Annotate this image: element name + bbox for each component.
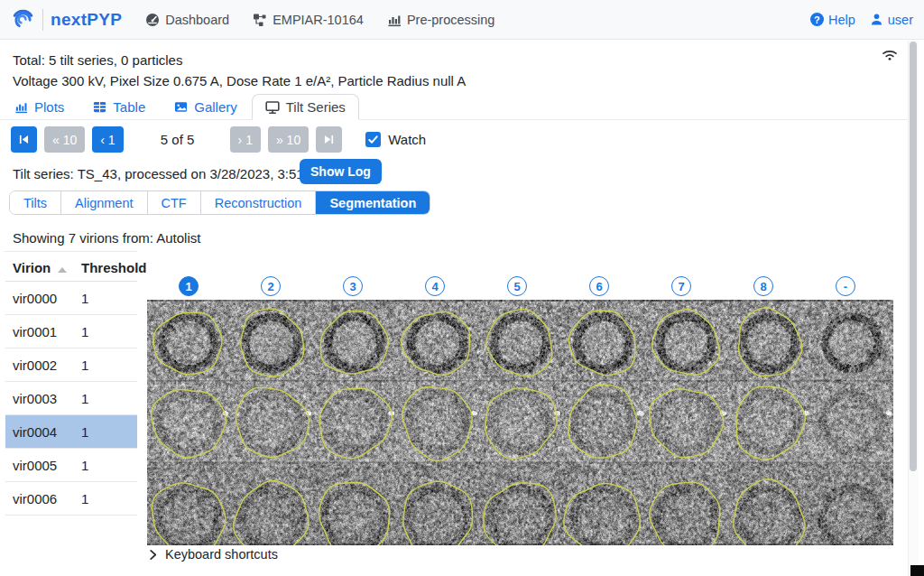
nav-item-preprocessing[interactable]: Pre-processing — [387, 13, 495, 27]
threshold-column-button[interactable]: 2 — [261, 276, 281, 296]
threshold-column-button[interactable]: 5 — [507, 276, 527, 296]
chevron-right-icon — [147, 549, 159, 561]
plots-icon — [14, 100, 28, 114]
virion-id: vir0001 — [13, 324, 57, 339]
threshold-column-button[interactable]: 1 — [179, 276, 199, 296]
page-back10-button[interactable]: « 10 — [44, 126, 85, 153]
tab-segmentation[interactable]: Segmentation — [316, 191, 430, 214]
tab-label: Plots — [34, 99, 64, 115]
threshold-column-button[interactable]: 8 — [753, 276, 773, 296]
nav-item-dashboard[interactable]: Dashboard — [145, 13, 229, 27]
show-log-button[interactable]: Show Log — [300, 159, 382, 184]
nav-item-label: Pre-processing — [407, 13, 495, 27]
virion-segmentation-montage[interactable] — [147, 300, 893, 545]
help-icon: ? — [810, 13, 824, 26]
threshold-column-button[interactable]: 7 — [671, 276, 691, 296]
virion-id: vir0003 — [13, 391, 57, 406]
virion-table: vir0000 1 vir0001 1 vir0002 1 vir0003 1 … — [5, 281, 137, 516]
watch-label: Watch — [388, 132, 426, 147]
help-label: Help — [828, 13, 855, 27]
page-back1-button[interactable]: ‹ 1 — [92, 126, 123, 153]
tab-reconstruction[interactable]: Reconstruction — [201, 191, 317, 214]
virion-threshold: 1 — [81, 391, 88, 406]
virion-threshold: 1 — [81, 324, 88, 339]
help-link[interactable]: ? Help — [810, 13, 855, 27]
project-icon — [253, 13, 267, 27]
scrollbar-thumb[interactable] — [910, 42, 917, 471]
navbar-right: ? Help user — [810, 13, 913, 27]
page-fwd10-button[interactable]: » 10 — [268, 126, 309, 153]
page-first-button[interactable] — [11, 126, 37, 153]
table-row[interactable]: vir0002 1 — [5, 348, 137, 382]
virion-threshold: 1 — [81, 458, 88, 473]
virion-id: vir0004 — [13, 424, 57, 440]
dashboard-icon — [145, 13, 160, 27]
brand-name: nextPYP — [51, 10, 122, 30]
watch-toggle[interactable]: Watch — [365, 132, 426, 147]
table-row[interactable]: vir0003 1 — [5, 382, 137, 415]
tab-alignment[interactable]: Alignment — [61, 191, 147, 214]
threshold-column-button[interactable]: 3 — [343, 276, 363, 296]
table-row[interactable]: vir0006 1 — [5, 482, 137, 516]
tab-gallery[interactable]: Gallery — [172, 94, 239, 120]
tab-table[interactable]: Table — [91, 94, 147, 120]
threshold-column-button[interactable]: 6 — [589, 276, 609, 296]
virion-id: vir0006 — [13, 491, 57, 506]
screen-corner-artifact — [910, 565, 924, 576]
threshold-column-button[interactable]: 4 — [425, 276, 445, 296]
tab-tilts[interactable]: Tilts — [10, 191, 61, 214]
keyboard-shortcuts-expander[interactable]: Keyboard shortcuts — [147, 547, 278, 562]
virion-id: vir0000 — [13, 291, 57, 306]
brand-divider — [42, 9, 43, 31]
tilt-series-icon — [265, 100, 280, 115]
navbar-breadcrumb: Dashboard EMPIAR-10164 — [145, 13, 494, 27]
page-last-button[interactable] — [316, 126, 342, 153]
virion-threshold: 1 — [81, 358, 88, 373]
tab-label: Table — [113, 99, 145, 115]
tab-plots[interactable]: Plots — [13, 94, 66, 120]
user-menu[interactable]: user — [870, 13, 913, 27]
threshold-column-button[interactable]: - — [836, 276, 855, 296]
tab-tilt-series[interactable]: Tilt Series — [252, 94, 359, 120]
virion-threshold: 1 — [81, 491, 88, 506]
user-icon — [870, 13, 883, 26]
brand[interactable]: nextPYP — [11, 7, 122, 32]
totals-text: Total: 5 tilt series, 0 particles — [13, 52, 182, 68]
parameters-text: Voltage 300 kV, Pixel Size 0.675 A, Dose… — [13, 73, 466, 88]
nav-item-label: Dashboard — [165, 13, 229, 27]
keyboard-shortcuts-label: Keyboard shortcuts — [165, 547, 278, 562]
table-row[interactable]: vir0004 1 — [5, 415, 137, 449]
page-status: 5 of 5 — [152, 132, 204, 147]
sort-ascending-icon[interactable] — [58, 267, 67, 273]
divider — [4, 251, 137, 252]
table-row[interactable]: vir0001 1 — [5, 315, 137, 348]
skip-first-icon — [19, 135, 29, 144]
nav-item-label: EMPIAR-10164 — [273, 13, 364, 27]
virion-id: vir0002 — [13, 358, 57, 373]
table-icon — [93, 100, 106, 114]
gallery-icon — [174, 100, 188, 114]
tab-label: Gallery — [194, 99, 237, 115]
virion-table-header: Virion Threshold — [5, 257, 137, 281]
virions-heading: Showing 7 virions from: Autolist — [13, 230, 200, 246]
preprocessing-icon — [387, 13, 402, 27]
virion-id: vir0005 — [13, 458, 57, 473]
column-header-threshold[interactable]: Threshold — [81, 260, 147, 275]
nav-item-project[interactable]: EMPIAR-10164 — [253, 13, 364, 27]
nextpyp-logo-icon — [11, 7, 35, 32]
wifi-icon — [881, 47, 899, 61]
stage-tabs: Tilts Alignment CTF Reconstruction Segme… — [9, 190, 430, 215]
navbar: nextPYP Dashboard — [0, 0, 924, 40]
watch-checkbox[interactable] — [365, 132, 381, 147]
user-label: user — [888, 13, 913, 27]
column-header-virion[interactable]: Virion — [13, 260, 51, 275]
tilt-series-info: Tilt series: TS_43, processed on 3/28/20… — [13, 166, 346, 181]
tab-ctf[interactable]: CTF — [148, 191, 201, 214]
tilt-series-pager: « 10 ‹ 1 5 of 5 › 1 » 10 Watch — [11, 126, 426, 153]
table-row[interactable]: vir0000 1 — [5, 282, 137, 315]
table-row[interactable]: vir0005 1 — [5, 449, 137, 482]
virion-threshold: 1 — [81, 291, 88, 306]
skip-last-icon — [324, 135, 334, 144]
page-fwd1-button[interactable]: › 1 — [230, 126, 261, 153]
tab-label: Tilt Series — [286, 99, 346, 115]
